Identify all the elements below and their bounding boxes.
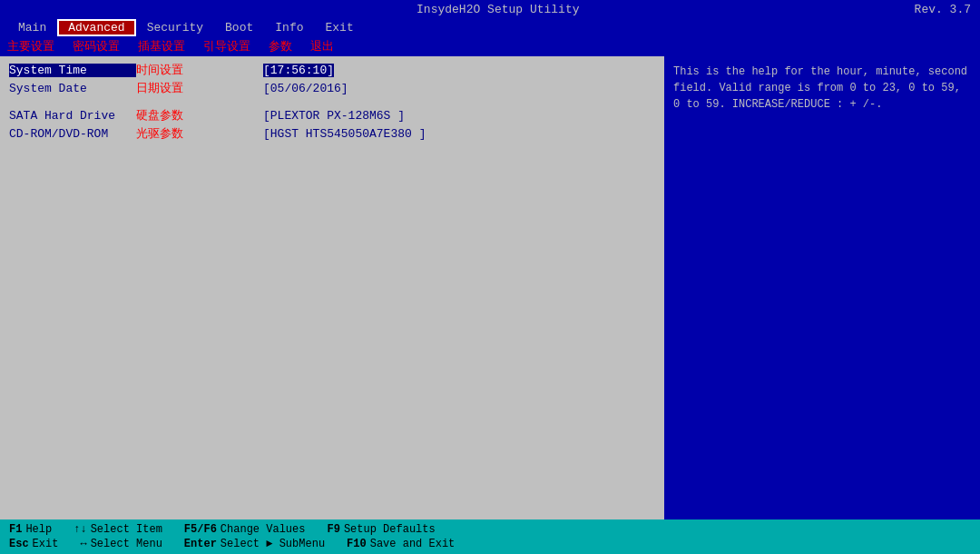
bottom-item: ↑↓ Select Item <box>74 523 162 536</box>
row-label-en-3: CD-ROM/DVD-ROM <box>9 127 136 141</box>
bottom-item: ↔ Select Menu <box>80 538 162 550</box>
bottom-desc: Select ► SubMenu <box>220 538 325 550</box>
bottom-key: F1 <box>9 523 22 536</box>
left-panel: System Time时间设置[17:56:10]System Date日期设置… <box>0 56 662 529</box>
bottom-key: ↔ <box>80 538 86 550</box>
row-label-cn-2: 硬盘参数 <box>136 107 209 124</box>
row-value-0[interactable]: [17:56:10] <box>263 64 334 77</box>
menu-item-info[interactable]: Info <box>264 19 314 36</box>
menu-item-advanced[interactable]: Advanced <box>57 19 135 36</box>
menu-bar: MainAdvancedSecurityBootInfoExit <box>0 19 980 36</box>
bottom-desc: Setup Defaults <box>344 523 436 536</box>
bottom-desc: Select Menu <box>91 538 162 550</box>
bottom-item: Enter Select ► SubMenu <box>184 538 325 550</box>
bottom-desc: Help <box>25 523 52 536</box>
bottom-item: F1 Help <box>9 523 52 536</box>
bottom-key: Esc <box>9 538 29 550</box>
submenu-item-2[interactable]: 插基设置 <box>138 38 185 54</box>
row-value-3: [HGST HTS545050A7E380 ] <box>263 127 426 141</box>
bottom-desc: Change Values <box>220 523 306 536</box>
table-row: SATA Hard Drive硬盘参数[PLEXTOR PX-128M6S ] <box>9 107 653 124</box>
title-bar: InsydeH2O Setup Utility Rev. 3.7 <box>0 0 980 19</box>
row-value-1: [05/06/2016] <box>263 82 348 95</box>
row-label-en-2: SATA Hard Drive <box>9 109 136 123</box>
bottom-key: F9 <box>327 523 339 536</box>
help-panel: This is the help for the hour, minute, s… <box>662 56 980 529</box>
bottom-key: F5/F6 <box>184 523 217 536</box>
sub-menu-bar: 主要设置密码设置插基设置引导设置参数退出 <box>0 36 980 56</box>
bottom-item: F10 Save and Exit <box>347 538 455 550</box>
bottom-key: Enter <box>184 538 217 550</box>
bottom-item: F5/F6 Change Values <box>184 523 306 536</box>
app-title: InsydeH2O Setup Utility <box>82 3 915 16</box>
bottom-item: Esc Exit <box>9 538 58 550</box>
table-row: System Time时间设置[17:56:10] <box>9 62 653 78</box>
row-label-cn-0: 时间设置 <box>136 62 209 78</box>
rev-label: Rev. 3.7 <box>915 3 971 16</box>
bottom-desc: Save and Exit <box>370 538 456 550</box>
menu-item-boot[interactable]: Boot <box>214 19 264 36</box>
row-label-en-0: System Time <box>9 64 136 77</box>
row-label-cn-1: 日期设置 <box>136 80 209 96</box>
table-row: System Date日期设置[05/06/2016] <box>9 80 653 96</box>
row-label-en-1: System Date <box>9 82 136 95</box>
row-label-cn-3: 光驱参数 <box>136 125 209 142</box>
submenu-item-5[interactable]: 退出 <box>310 38 334 54</box>
row-value-2: [PLEXTOR PX-128M6S ] <box>263 109 405 123</box>
menu-item-main[interactable]: Main <box>7 19 57 36</box>
bottom-key: ↑↓ <box>74 523 86 536</box>
bottom-item: F9 Setup Defaults <box>327 523 435 536</box>
menu-item-security[interactable]: Security <box>136 19 214 36</box>
menu-item-exit[interactable]: Exit <box>315 19 365 36</box>
main-content: System Time时间设置[17:56:10]System Date日期设置… <box>0 56 980 529</box>
bottom-bar: F1 Help↑↓ Select ItemF5/F6 Change Values… <box>0 519 980 554</box>
bottom-desc: Select Item <box>91 523 162 536</box>
submenu-item-0[interactable]: 主要设置 <box>7 38 54 54</box>
submenu-item-1[interactable]: 密码设置 <box>73 38 120 54</box>
bottom-key: F10 <box>347 538 367 550</box>
table-row: CD-ROM/DVD-ROM光驱参数[HGST HTS545050A7E380 … <box>9 125 653 142</box>
submenu-item-4[interactable]: 参数 <box>269 38 292 54</box>
help-text: This is the help for the hour, minute, s… <box>673 65 967 111</box>
submenu-item-3[interactable]: 引导设置 <box>203 38 250 54</box>
bottom-desc: Exit <box>33 538 59 550</box>
